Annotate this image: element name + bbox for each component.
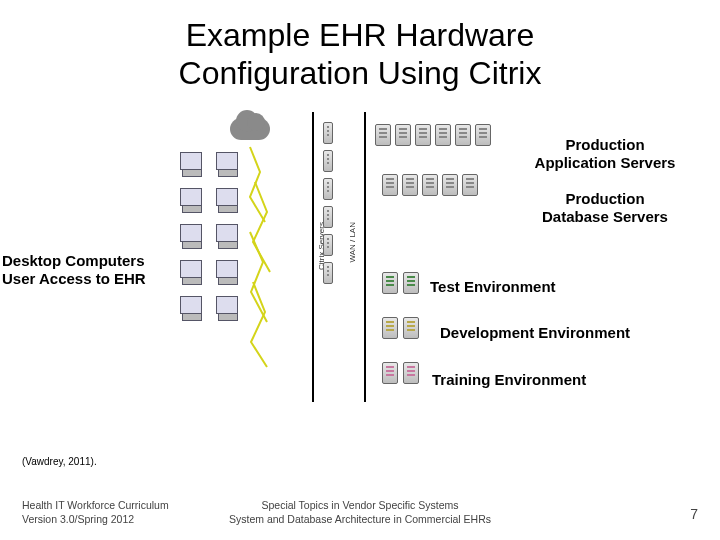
app-server-row [375, 124, 491, 146]
cloud-icon [230, 118, 270, 140]
label-db-line1: Production [565, 190, 644, 207]
network-links [245, 142, 315, 382]
server-icon [382, 362, 398, 384]
server-icon [395, 124, 411, 146]
server-icon [382, 174, 398, 196]
desktop-icon [216, 224, 238, 242]
slide: Example EHR Hardware Configuration Using… [0, 0, 720, 540]
desktop-icon [180, 188, 202, 206]
title-line-2: Configuration Using Citrix [179, 55, 542, 91]
test-server-pair [382, 272, 419, 294]
dev-server-pair [382, 317, 419, 339]
desktop-icon [180, 260, 202, 278]
desktop-icon [216, 152, 238, 170]
label-desktop-computers: Desktop Computers User Access to EHR [2, 252, 167, 288]
label-desktop-line1: Desktop Computers [2, 252, 145, 269]
footer-center: Special Topics in Vendor Specific System… [0, 498, 720, 526]
slide-title: Example EHR Hardware Configuration Using… [0, 16, 720, 93]
page-number: 7 [690, 506, 698, 522]
server-icon [403, 362, 419, 384]
server-icon [323, 122, 333, 144]
server-icon [462, 174, 478, 196]
label-desktop-line2: User Access to EHR [2, 270, 146, 287]
server-icon [435, 124, 451, 146]
server-icon [323, 206, 333, 228]
citrix-server-column [323, 122, 333, 284]
label-app-line1: Production [565, 136, 644, 153]
server-icon [403, 272, 419, 294]
desktop-icon [216, 260, 238, 278]
label-db-line2: Database Servers [542, 208, 668, 225]
footer-center-line2: System and Database Architecture in Comm… [229, 513, 491, 525]
server-icon [422, 174, 438, 196]
title-line-1: Example EHR Hardware [186, 17, 535, 53]
server-icon [323, 262, 333, 284]
server-icon [382, 317, 398, 339]
server-icon [375, 124, 391, 146]
citation: (Vawdrey, 2011). [22, 456, 97, 467]
divider-line-2 [364, 112, 366, 402]
train-server-pair [382, 362, 419, 384]
server-icon [323, 234, 333, 256]
desktop-grid [180, 152, 238, 314]
vlabel-wan: WAN / LAN [348, 222, 357, 263]
server-icon [382, 272, 398, 294]
db-server-row [382, 174, 478, 196]
server-icon [415, 124, 431, 146]
desktop-icon [216, 188, 238, 206]
server-icon [402, 174, 418, 196]
server-icon [475, 124, 491, 146]
architecture-diagram: Citrix Servers WAN / LAN [190, 112, 490, 412]
footer-center-line1: Special Topics in Vendor Specific System… [261, 499, 458, 511]
label-db-servers: Production Database Servers [500, 190, 710, 226]
desktop-icon [180, 152, 202, 170]
server-icon [323, 178, 333, 200]
server-icon [403, 317, 419, 339]
label-app-line2: Application Servers [535, 154, 676, 171]
server-icon [323, 150, 333, 172]
desktop-icon [180, 224, 202, 242]
server-icon [455, 124, 471, 146]
label-app-servers: Production Application Servers [500, 136, 710, 172]
desktop-icon [216, 296, 238, 314]
desktop-icon [180, 296, 202, 314]
server-icon [442, 174, 458, 196]
